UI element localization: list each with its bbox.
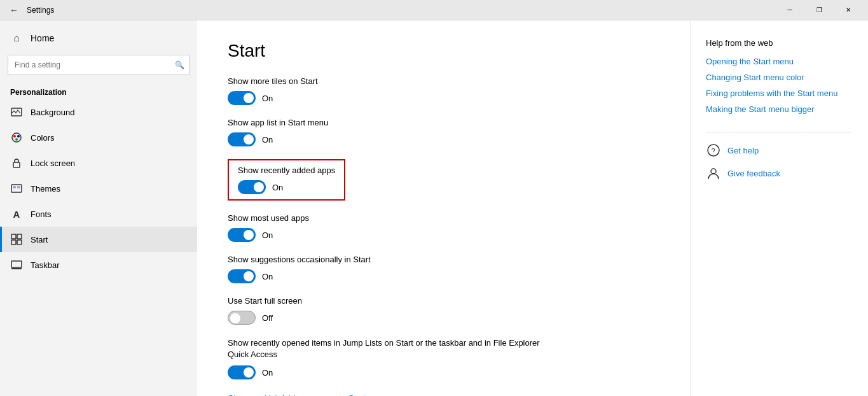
- sidebar-search-container: 🔍: [8, 55, 189, 75]
- svg-rect-12: [17, 240, 22, 244]
- help-divider: [706, 132, 853, 132]
- setting-show-recently-opened: Show recently opened items in Jump Lists…: [228, 337, 659, 379]
- toggle-thumb-show-recently-added: [254, 182, 264, 192]
- toggle-row-show-more-tiles: On: [228, 91, 659, 105]
- sidebar-item-home[interactable]: ⌂ Home: [0, 25, 197, 51]
- help-panel-title: Help from the web: [706, 38, 853, 48]
- svg-rect-14: [11, 268, 22, 269]
- toggle-row-show-recently-opened: On: [228, 365, 659, 379]
- get-help-icon: ?: [706, 143, 721, 158]
- sidebar-item-start[interactable]: Start: [0, 227, 197, 252]
- toggle-show-more-tiles[interactable]: [228, 91, 256, 105]
- svg-point-3: [17, 135, 20, 138]
- svg-text:?: ?: [712, 147, 715, 155]
- setting-label-use-full-screen: Use Start full screen: [228, 296, 659, 306]
- setting-label-show-most-used: Show most used apps: [228, 213, 659, 223]
- toggle-status-show-recently-added: On: [272, 183, 283, 192]
- toggle-status-show-recently-opened: On: [262, 368, 273, 378]
- toggle-thumb-show-most-used: [244, 230, 254, 240]
- sidebar-item-colors[interactable]: Colors: [0, 125, 197, 150]
- sidebar-label-lock-screen: Lock screen: [31, 159, 75, 168]
- search-input[interactable]: [8, 55, 189, 75]
- help-link-bigger[interactable]: Making the Start menu bigger: [706, 104, 853, 114]
- themes-icon: [10, 182, 23, 195]
- content-area: Start Show more tiles on Start On Show a…: [197, 20, 690, 396]
- get-help-action[interactable]: ? Get help: [706, 143, 853, 158]
- sidebar-label-colors: Colors: [31, 133, 55, 143]
- app-title: Settings: [27, 6, 775, 15]
- maximize-button[interactable]: ❐: [804, 0, 834, 20]
- setting-label-show-suggestions: Show suggestions occasionally in Start: [228, 255, 659, 264]
- home-icon: ⌂: [10, 32, 23, 45]
- help-links-container: Opening the Start menu Changing Start me…: [706, 57, 853, 114]
- svg-point-2: [13, 135, 16, 138]
- svg-rect-11: [11, 240, 16, 244]
- toggle-show-suggestions[interactable]: [228, 269, 256, 283]
- svg-rect-9: [11, 234, 16, 239]
- toggle-row-use-full-screen: Off: [228, 311, 659, 325]
- help-link-opening[interactable]: Opening the Start menu: [706, 57, 853, 66]
- page-title: Start: [228, 41, 659, 61]
- toggle-thumb-show-more-tiles: [244, 93, 254, 103]
- sidebar-item-background[interactable]: Background: [0, 99, 197, 125]
- svg-point-4: [15, 138, 18, 141]
- give-feedback-action[interactable]: Give feedback: [706, 166, 853, 181]
- setting-show-more-tiles: Show more tiles on Start On: [228, 76, 659, 105]
- toggle-status-show-suggestions: On: [262, 272, 273, 281]
- back-button[interactable]: ←: [5, 1, 23, 19]
- colors-icon: [10, 131, 23, 144]
- sidebar-label-background: Background: [31, 108, 74, 117]
- background-icon: [10, 106, 23, 118]
- toggle-thumb-show-suggestions: [244, 271, 254, 281]
- setting-label-show-recently-opened: Show recently opened items in Jump Lists…: [228, 337, 546, 360]
- setting-use-full-screen: Use Start full screen Off: [228, 296, 659, 325]
- sidebar-item-taskbar[interactable]: Taskbar: [0, 252, 197, 278]
- svg-point-17: [711, 169, 716, 174]
- toggle-row-show-suggestions: On: [228, 269, 659, 283]
- setting-show-app-list: Show app list in Start menu On: [228, 118, 659, 146]
- get-help-label[interactable]: Get help: [727, 146, 759, 155]
- help-link-fixing[interactable]: Fixing problems with the Start menu: [706, 88, 853, 98]
- toggle-status-show-more-tiles: On: [262, 94, 273, 103]
- lock-screen-icon: [10, 157, 23, 169]
- toggle-status-show-app-list: On: [262, 135, 273, 145]
- toggle-show-recently-opened[interactable]: [228, 365, 256, 379]
- toggle-row-show-recently-added: On: [238, 180, 335, 194]
- setting-label-show-recently-added: Show recently added apps: [238, 166, 335, 175]
- toggle-thumb-use-full-screen: [230, 313, 240, 323]
- svg-rect-13: [11, 261, 22, 267]
- setting-label-show-app-list: Show app list in Start menu: [228, 118, 659, 127]
- window-controls: ─ ❐ ✕: [775, 0, 863, 20]
- toggle-use-full-screen[interactable]: [228, 311, 256, 325]
- choose-folders-link[interactable]: Choose which folders appear on Start: [228, 393, 366, 396]
- toggle-thumb-show-app-list: [244, 134, 254, 145]
- sidebar-home-label: Home: [31, 33, 54, 43]
- sidebar-label-themes: Themes: [31, 184, 60, 194]
- sidebar-item-lock-screen[interactable]: Lock screen: [0, 150, 197, 176]
- toggle-show-most-used[interactable]: [228, 228, 256, 242]
- toggle-show-recently-added[interactable]: [238, 180, 266, 194]
- title-bar: ← Settings ─ ❐ ✕: [0, 0, 868, 20]
- sidebar-label-taskbar: Taskbar: [31, 260, 60, 270]
- svg-rect-5: [13, 162, 20, 167]
- toggle-row-show-most-used: On: [228, 228, 659, 242]
- svg-rect-6: [11, 185, 22, 192]
- fonts-icon: A: [10, 208, 23, 220]
- sidebar-item-themes[interactable]: Themes: [0, 176, 197, 201]
- close-button[interactable]: ✕: [834, 0, 863, 20]
- main-container: ⌂ Home 🔍 Personalization Background Colo…: [0, 20, 868, 396]
- sidebar-section-title: Personalization: [0, 83, 197, 99]
- setting-label-show-more-tiles: Show more tiles on Start: [228, 76, 659, 86]
- sidebar-item-fonts[interactable]: A Fonts: [0, 201, 197, 227]
- start-icon: [10, 233, 23, 246]
- toggle-status-use-full-screen: Off: [262, 313, 273, 323]
- sidebar: ⌂ Home 🔍 Personalization Background Colo…: [0, 20, 197, 396]
- help-link-changing[interactable]: Changing Start menu color: [706, 73, 853, 82]
- toggle-show-app-list[interactable]: [228, 132, 256, 146]
- toggle-thumb-show-recently-opened: [244, 367, 254, 378]
- toggle-status-show-most-used: On: [262, 230, 273, 240]
- setting-show-most-used: Show most used apps On: [228, 213, 659, 242]
- setting-show-recently-added-highlighted: Show recently added apps On: [228, 159, 345, 201]
- minimize-button[interactable]: ─: [775, 0, 804, 20]
- give-feedback-label[interactable]: Give feedback: [727, 169, 780, 178]
